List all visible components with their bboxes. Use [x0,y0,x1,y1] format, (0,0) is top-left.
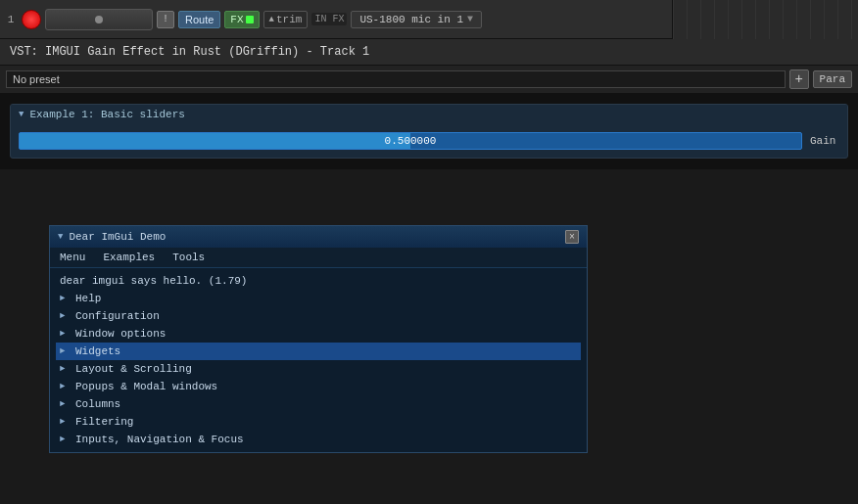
tree-item-widgets[interactable]: ►Widgets [56,343,581,360]
gain-slider-row: 0.500000 Gain [19,132,839,150]
tree-item-inputs,-navigation-&-focus[interactable]: ►Inputs, Navigation & Focus [56,431,581,448]
vst-content: ▼ Example 1: Basic sliders 0.500000 Gain [0,94,858,168]
input-device-name: US-1800 mic in 1 [359,14,463,25]
fx-active-light [246,16,254,23]
tree-arrow-icon-3: ► [60,346,72,356]
tree-item-label-5: Popups & Modal windows [75,381,217,392]
tree-arrow-icon-0: ► [60,294,72,303]
preset-add-button[interactable]: + [789,69,809,89]
tree-arrow-icon-8: ► [60,435,72,444]
section1-arrow-icon: ▼ [19,110,24,119]
tree-arrow-icon-6: ► [60,399,72,409]
vst-title: VST: IMGUI Gain Effect in Rust (DGriffin… [0,39,858,66]
clip-indicator[interactable]: ! [157,11,174,28]
imgui-close-button[interactable]: × [565,230,579,244]
gain-slider-value: 0.500000 [385,135,437,147]
trim-arrow-icon: ▲ [269,15,274,24]
tree-item-configuration[interactable]: ►Configuration [56,307,581,325]
fx-label: FX [230,14,243,25]
gain-label: Gain [810,135,839,147]
example1-header[interactable]: ▼ Example 1: Basic sliders [11,105,847,124]
imgui-titlebar[interactable]: ▼ Dear ImGui Demo × [50,226,587,248]
tree-item-layout-&-scrolling[interactable]: ►Layout & Scrolling [56,360,581,378]
imgui-title-arrow-icon: ▼ [58,232,63,242]
tree-arrow-icon-4: ► [60,364,72,374]
tree-item-label-0: Help [75,293,101,304]
in-fx-label: IN FX [311,13,347,25]
param-button[interactable]: Para [813,70,852,88]
preset-bar: No preset + Para [0,66,858,94]
tree-item-window-options[interactable]: ►Window options [56,325,581,343]
imgui-body: dear imgui says hello. (1.79) ►Help►Conf… [50,268,587,452]
vst-panel: VST: IMGUI Gain Effect in Rust (DGriffin… [0,39,858,169]
fx-button[interactable]: FX [224,11,259,28]
section1-label: Example 1: Basic sliders [29,109,184,120]
tree-item-filtering[interactable]: ►Filtering [56,413,581,431]
example1-body: 0.500000 Gain [11,124,847,158]
tree-item-label-2: Window options [75,328,166,340]
menu-item-menu[interactable]: Menu [56,250,89,265]
tree-arrow-icon-2: ► [60,329,72,339]
imgui-menubar: Menu Examples Tools [50,248,587,268]
imgui-title-left: ▼ Dear ImGui Demo [58,231,166,243]
input-dropdown-icon: ▼ [467,14,473,24]
timeline-area [672,0,858,39]
menu-item-examples[interactable]: Examples [99,250,159,265]
tree-item-label-1: Configuration [75,310,160,322]
example1-section: ▼ Example 1: Basic sliders 0.500000 Gain [10,104,848,159]
tree-item-label-4: Layout & Scrolling [75,363,192,375]
record-button[interactable] [22,10,41,29]
trim-label: trim [276,14,302,25]
tree-arrow-icon-5: ► [60,382,72,391]
tree-arrow-icon-1: ► [60,311,72,321]
preset-select[interactable]: No preset [6,70,786,88]
timeline-grid [673,0,858,39]
tree-arrow-icon-7: ► [60,417,72,427]
input-selector[interactable]: US-1800 mic in 1 ▼ [351,11,482,28]
volume-knob[interactable] [45,9,153,30]
menu-item-tools[interactable]: Tools [168,250,209,265]
trim-button[interactable]: ▲ trim [263,11,309,28]
track-number: 1 [4,14,18,25]
tree-item-columns[interactable]: ►Columns [56,395,581,413]
tree-item-label-8: Inputs, Navigation & Focus [75,434,244,445]
imgui-tree: ►Help►Configuration►Window options►Widge… [56,290,581,448]
tree-item-popups-&-modal-windows[interactable]: ►Popups & Modal windows [56,378,581,395]
tree-item-label-7: Filtering [75,416,133,428]
tree-item-help[interactable]: ►Help [56,290,581,307]
tree-item-label-6: Columns [75,398,120,410]
route-button[interactable]: Route [178,11,220,28]
imgui-demo-window: ▼ Dear ImGui Demo × Menu Examples Tools … [49,225,588,453]
tree-item-label-3: Widgets [75,345,120,357]
imgui-title-text: Dear ImGui Demo [69,231,166,243]
imgui-hello-text: dear imgui says hello. (1.79) [56,272,581,290]
gain-slider-fill [20,133,410,149]
gain-slider[interactable]: 0.500000 [19,132,802,150]
